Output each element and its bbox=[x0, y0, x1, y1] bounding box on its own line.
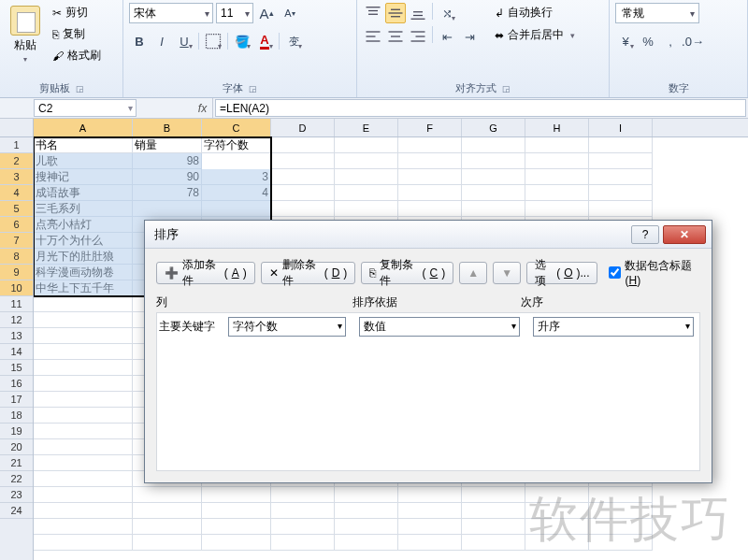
cell[interactable]: 书名 bbox=[34, 137, 133, 153]
paste-button[interactable]: 粘贴 ▾ bbox=[6, 3, 45, 66]
cell[interactable]: 2 bbox=[202, 153, 271, 169]
percent-button[interactable]: % bbox=[638, 31, 658, 51]
align-launcher-icon[interactable]: ◲ bbox=[502, 84, 511, 93]
cell[interactable] bbox=[398, 487, 462, 503]
row-header-13[interactable]: 13 bbox=[0, 328, 33, 344]
col-header-D[interactable]: D bbox=[271, 119, 335, 136]
font-size-select[interactable]: 11 bbox=[216, 3, 253, 23]
grow-font-button[interactable]: A▴ bbox=[256, 3, 277, 23]
cell[interactable] bbox=[271, 169, 335, 185]
row-header-22[interactable]: 22 bbox=[0, 471, 33, 487]
cell[interactable] bbox=[462, 487, 525, 503]
row-header-24[interactable]: 24 bbox=[0, 503, 33, 519]
cell[interactable] bbox=[589, 535, 653, 551]
add-level-button[interactable]: ➕添加条件(A) bbox=[156, 262, 255, 284]
row-header-12[interactable]: 12 bbox=[0, 312, 33, 328]
font-name-select[interactable]: 宋体 bbox=[129, 3, 213, 23]
options-button[interactable]: 选项(O)... bbox=[526, 262, 597, 284]
row-header-19[interactable]: 19 bbox=[0, 424, 33, 439]
row-header-3[interactable]: 3 bbox=[0, 169, 33, 185]
cell[interactable] bbox=[133, 503, 202, 519]
cell[interactable] bbox=[335, 535, 398, 551]
cell[interactable] bbox=[462, 201, 525, 217]
cell[interactable]: 月光下的肚肚狼 bbox=[34, 249, 133, 265]
cell[interactable] bbox=[462, 503, 525, 519]
cell[interactable]: 90 bbox=[133, 169, 202, 185]
cell[interactable] bbox=[589, 185, 653, 201]
row-header-6[interactable]: 6 bbox=[0, 217, 33, 233]
cell[interactable] bbox=[133, 519, 202, 535]
cell[interactable] bbox=[462, 169, 525, 185]
cell[interactable] bbox=[271, 137, 335, 153]
cell[interactable] bbox=[34, 296, 133, 312]
cell[interactable] bbox=[525, 137, 589, 153]
cell[interactable] bbox=[398, 535, 462, 551]
cell[interactable]: 十万个为什么 bbox=[34, 233, 133, 249]
cell[interactable]: 字符个数 bbox=[202, 137, 271, 153]
sort-by-select[interactable]: 数值 bbox=[359, 317, 520, 337]
cell[interactable] bbox=[335, 185, 398, 201]
cell[interactable] bbox=[34, 519, 133, 535]
fx-icon[interactable]: fx bbox=[193, 98, 213, 118]
cell[interactable] bbox=[398, 185, 462, 201]
align-center-button[interactable] bbox=[385, 26, 406, 47]
col-header-I[interactable]: I bbox=[589, 119, 653, 136]
cell[interactable] bbox=[589, 201, 653, 217]
cell[interactable] bbox=[462, 519, 525, 535]
cell[interactable] bbox=[589, 153, 653, 169]
cell[interactable] bbox=[525, 487, 589, 503]
cell[interactable] bbox=[34, 328, 133, 344]
cell[interactable] bbox=[271, 503, 335, 519]
clipboard-launcher-icon[interactable]: ◲ bbox=[76, 84, 84, 93]
cell[interactable] bbox=[335, 503, 398, 519]
row-header-14[interactable]: 14 bbox=[0, 344, 33, 360]
underline-button[interactable]: U bbox=[174, 31, 194, 51]
italic-button[interactable]: I bbox=[151, 31, 172, 51]
bold-button[interactable]: B bbox=[129, 31, 150, 51]
row-header-15[interactable]: 15 bbox=[0, 360, 33, 376]
cell[interactable]: 4 bbox=[202, 185, 271, 201]
has-header-checkbox[interactable]: 数据包含标题(H) bbox=[609, 258, 700, 287]
cell[interactable] bbox=[271, 535, 335, 551]
cell[interactable] bbox=[34, 344, 133, 360]
cell[interactable] bbox=[34, 535, 133, 551]
cell[interactable] bbox=[34, 376, 133, 392]
cell[interactable] bbox=[589, 503, 653, 519]
cell[interactable] bbox=[525, 201, 589, 217]
cell[interactable] bbox=[34, 439, 133, 455]
row-header-7[interactable]: 7 bbox=[0, 233, 33, 249]
cell[interactable] bbox=[589, 519, 653, 535]
font-launcher-icon[interactable]: ◲ bbox=[249, 84, 257, 93]
cell[interactable] bbox=[335, 169, 398, 185]
cell[interactable]: 成语故事 bbox=[34, 185, 133, 201]
cell[interactable] bbox=[525, 185, 589, 201]
row-header-2[interactable]: 2 bbox=[0, 153, 33, 169]
row-header-8[interactable]: 8 bbox=[0, 249, 33, 265]
cell[interactable] bbox=[202, 487, 271, 503]
cell[interactable] bbox=[335, 201, 398, 217]
align-left-button[interactable] bbox=[363, 26, 383, 47]
col-header-C[interactable]: C bbox=[202, 119, 271, 136]
col-header-A[interactable]: A bbox=[34, 119, 133, 136]
sort-order-select[interactable]: 升序 bbox=[533, 317, 694, 337]
cell[interactable] bbox=[202, 201, 271, 217]
row-header-18[interactable]: 18 bbox=[0, 408, 33, 424]
row-header-21[interactable]: 21 bbox=[0, 455, 33, 471]
cell[interactable]: 98 bbox=[133, 153, 202, 169]
wrap-text-button[interactable]: ↲自动换行 bbox=[491, 3, 579, 22]
delete-level-button[interactable]: ✕删除条件(D) bbox=[261, 262, 356, 284]
name-box[interactable]: C2 bbox=[34, 99, 137, 117]
cell[interactable] bbox=[525, 169, 589, 185]
cell[interactable] bbox=[335, 137, 398, 153]
cell[interactable] bbox=[34, 455, 133, 471]
copy-level-button[interactable]: ⎘复制条件(C) bbox=[361, 262, 453, 284]
help-button[interactable]: ? bbox=[631, 225, 659, 244]
cell[interactable]: 3 bbox=[202, 169, 271, 185]
accounting-format-button[interactable]: ¥ bbox=[615, 31, 636, 51]
cut-button[interactable]: ✂剪切 bbox=[49, 3, 105, 22]
cell[interactable]: 搜神记 bbox=[34, 169, 133, 185]
select-all-corner[interactable] bbox=[0, 119, 33, 137]
number-format-select[interactable]: 常规 bbox=[615, 3, 699, 23]
fill-color-button[interactable]: 🪣 bbox=[232, 31, 252, 51]
cell[interactable] bbox=[398, 169, 462, 185]
